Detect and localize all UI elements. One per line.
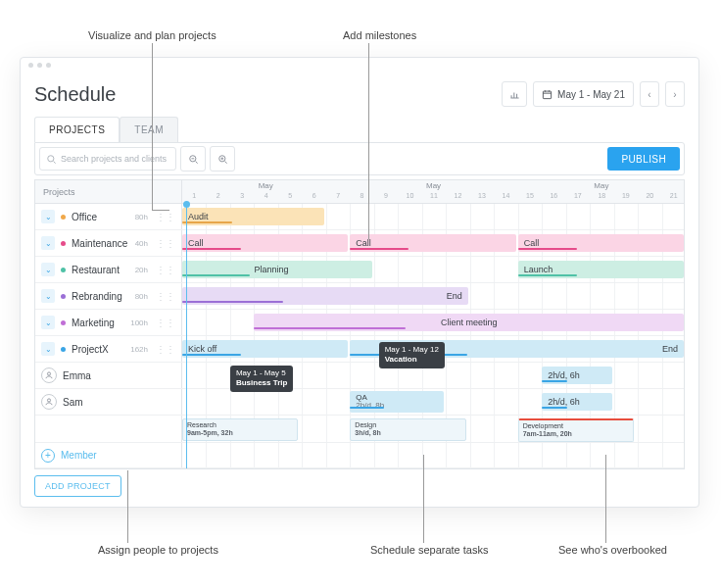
drag-handle-icon[interactable]: ⋮⋮ bbox=[156, 344, 175, 355]
day-label: 16 bbox=[550, 192, 557, 199]
person-name: Sam bbox=[63, 397, 83, 408]
annotation-milestones: Add milestones bbox=[343, 29, 416, 41]
person-row: Emma 2h/d, 6hMay 1 - May 5Business Trip bbox=[35, 363, 684, 389]
drag-handle-icon[interactable]: ⋮⋮ bbox=[156, 212, 175, 222]
svg-rect-0 bbox=[543, 91, 551, 99]
annotation-line bbox=[152, 43, 153, 210]
add-member-row: + Member bbox=[35, 443, 684, 468]
day-label: 4 bbox=[264, 192, 268, 199]
project-hours: 80h bbox=[135, 213, 148, 221]
zoom-in-button[interactable] bbox=[210, 146, 235, 172]
collapse-toggle[interactable]: ⌄ bbox=[41, 316, 55, 329]
project-name: Restaurant bbox=[72, 265, 120, 275]
tabs: PROJECTS TEAM bbox=[34, 117, 178, 142]
day-label: 20 bbox=[646, 192, 653, 199]
add-member-icon[interactable]: + bbox=[41, 449, 55, 463]
day-label: 8 bbox=[360, 192, 364, 199]
timeline-header: MayMayMay 123456789101112131415161718192… bbox=[182, 180, 684, 203]
tab-projects[interactable]: PROJECTS bbox=[34, 117, 120, 142]
day-label: 18 bbox=[598, 192, 605, 199]
project-row: ⌄ ProjectX 162h ⋮⋮ Kick offEndMay 1 - Ma… bbox=[35, 336, 684, 363]
project-row: ⌄ Restaurant 20h ⋮⋮ PlanningLaunch bbox=[35, 257, 684, 283]
project-color-dot bbox=[61, 241, 66, 246]
day-label: 15 bbox=[526, 192, 534, 199]
annotation-line bbox=[423, 455, 424, 543]
tab-team[interactable]: TEAM bbox=[120, 117, 178, 142]
annotation-visualize: Visualize and plan projects bbox=[88, 29, 216, 41]
annotation-tasks: Schedule separate tasks bbox=[370, 544, 488, 556]
publish-button[interactable]: PUBLISH bbox=[607, 147, 680, 171]
collapse-toggle[interactable]: ⌄ bbox=[41, 236, 55, 250]
zoom-out-button[interactable] bbox=[180, 146, 206, 172]
project-name: Office bbox=[72, 212, 97, 222]
annotation-line bbox=[127, 470, 128, 543]
task-card[interactable]: Development7am-11am, 20h bbox=[518, 418, 634, 442]
header: Schedule May 1 - May 21 ‹ › bbox=[21, 75, 698, 113]
project-hours: 80h bbox=[135, 292, 148, 301]
project-row: ⌄ Rebranding 80h ⋮⋮ End bbox=[35, 283, 684, 310]
day-label: 10 bbox=[407, 192, 414, 199]
annotation-assign: Assign people to projects bbox=[98, 544, 218, 556]
day-label: 11 bbox=[430, 192, 438, 199]
annotation-line bbox=[605, 455, 606, 543]
chart-view-button[interactable] bbox=[502, 81, 527, 107]
month-label: May bbox=[594, 181, 608, 190]
search-icon bbox=[46, 154, 57, 165]
project-row: ⌄ Marketing 100h ⋮⋮ Client meeting bbox=[35, 310, 684, 336]
drag-handle-icon[interactable]: ⋮⋮ bbox=[156, 318, 175, 328]
avatar-icon bbox=[41, 394, 57, 410]
project-row: ⌄ Office 80h ⋮⋮ Audit bbox=[35, 204, 684, 230]
page-title: Schedule bbox=[34, 83, 116, 106]
project-color-dot bbox=[61, 215, 66, 220]
collapse-toggle[interactable]: ⌄ bbox=[41, 210, 55, 223]
prev-button[interactable]: ‹ bbox=[640, 81, 659, 107]
date-range-label: May 1 - May 21 bbox=[557, 89, 625, 100]
person-name: Emma bbox=[63, 370, 91, 381]
collapse-toggle[interactable]: ⌄ bbox=[41, 263, 55, 276]
day-label: 6 bbox=[312, 192, 316, 199]
project-name: Rebranding bbox=[72, 291, 122, 302]
schedule-bar[interactable]: QA2h/d, 8h bbox=[350, 391, 444, 413]
window-controls bbox=[28, 63, 51, 68]
collapse-toggle[interactable]: ⌄ bbox=[41, 342, 55, 356]
date-range-button[interactable]: May 1 - May 21 bbox=[533, 81, 634, 107]
add-member-link[interactable]: Member bbox=[61, 450, 97, 461]
task-card[interactable]: Research9am-5pm, 32h bbox=[182, 418, 298, 441]
collapse-toggle[interactable]: ⌄ bbox=[41, 289, 55, 303]
day-label: 12 bbox=[455, 192, 462, 199]
annotation-line bbox=[368, 43, 369, 239]
project-name: ProjectX bbox=[72, 344, 109, 355]
task-card[interactable]: Design3h/d, 8h bbox=[350, 418, 465, 441]
project-name: Marketing bbox=[72, 318, 115, 328]
drag-handle-icon[interactable]: ⋮⋮ bbox=[156, 291, 175, 302]
day-label: 3 bbox=[240, 192, 244, 199]
drag-handle-icon[interactable]: ⋮⋮ bbox=[156, 238, 175, 249]
day-label: 1 bbox=[192, 192, 196, 199]
month-label: May bbox=[259, 181, 273, 190]
svg-point-5 bbox=[47, 399, 50, 402]
day-label: 14 bbox=[503, 192, 510, 199]
day-label: 2 bbox=[216, 192, 220, 199]
tooltip-vacation: May 1 - May 12Vacation bbox=[379, 342, 445, 368]
day-label: 5 bbox=[288, 192, 292, 199]
add-project-button[interactable]: ADD PROJECT bbox=[34, 475, 121, 497]
day-label: 17 bbox=[574, 192, 582, 199]
day-label: 9 bbox=[384, 192, 388, 199]
tooltip-business-trip: May 1 - May 5Business Trip bbox=[230, 366, 293, 392]
search-input[interactable]: Search projects and clients bbox=[39, 147, 176, 171]
project-row: ⌄ Maintenance 40h ⋮⋮ CallCallCall bbox=[35, 230, 684, 257]
svg-point-1 bbox=[48, 155, 54, 161]
drag-handle-icon[interactable]: ⋮⋮ bbox=[156, 265, 175, 275]
annotation-overbooked: See who's overbooked bbox=[558, 544, 667, 556]
next-button[interactable]: › bbox=[665, 81, 685, 107]
day-label: 7 bbox=[336, 192, 340, 199]
project-hours: 100h bbox=[130, 318, 148, 327]
today-indicator bbox=[186, 204, 187, 468]
schedule-grid: Projects MayMayMay 123456789101112131415… bbox=[34, 179, 685, 469]
person-row: Sam QA2h/d, 8h2h/d, 6h bbox=[35, 389, 684, 416]
project-color-dot bbox=[61, 268, 66, 272]
month-label: May bbox=[426, 181, 441, 190]
svg-point-4 bbox=[47, 372, 50, 375]
project-color-dot bbox=[61, 320, 66, 325]
project-hours: 162h bbox=[130, 345, 148, 354]
